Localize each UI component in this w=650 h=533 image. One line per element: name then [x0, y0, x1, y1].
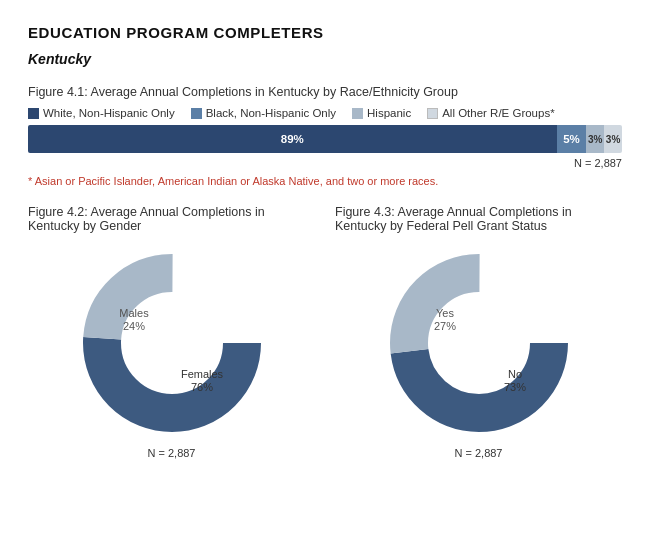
figure-4-2: Figure 4.2: Average Annual Completions i… [28, 205, 315, 459]
legend-other: All Other R/E Groups* [427, 107, 554, 119]
page-title: EDUCATION PROGRAM COMPLETERS [28, 24, 622, 41]
fig3-yes-pct: 27% [433, 320, 455, 332]
fig2-n-label: N = 2,887 [28, 447, 315, 459]
fig1-label: Figure 4.1: Average Annual Completions i… [28, 85, 622, 99]
bar-segment-hispanic: 3% [586, 125, 604, 153]
state-label: Kentucky [28, 51, 622, 67]
fig2-females-text: Females [180, 368, 223, 380]
fig2-females-pct: 76% [190, 381, 212, 393]
fig1-footnote: * Asian or Pacific Islander, American In… [28, 175, 622, 187]
fig2-donut-svg: Males 24% Females 76% [72, 243, 272, 443]
fig2-donut: Males 24% Females 76% [28, 243, 315, 443]
legend-box-other [427, 108, 438, 119]
fig1-legend: White, Non-Hispanic Only Black, Non-Hisp… [28, 107, 622, 119]
fig3-donut: Yes 27% No 73% [335, 243, 622, 443]
legend-box-black [191, 108, 202, 119]
fig2-label: Figure 4.2: Average Annual Completions i… [28, 205, 315, 233]
fig3-n-label: N = 2,887 [335, 447, 622, 459]
bar-segment-white: 89% [28, 125, 557, 153]
figure-4-1: Figure 4.1: Average Annual Completions i… [28, 85, 622, 187]
fig1-n-label: N = 2,887 [28, 157, 622, 169]
fig3-label: Figure 4.3: Average Annual Completions i… [335, 205, 622, 233]
fig3-yes-text: Yes [436, 307, 454, 319]
bar-segment-black: 5% [557, 125, 587, 153]
bar-segment-other: 3% [604, 125, 622, 153]
legend-white: White, Non-Hispanic Only [28, 107, 175, 119]
bottom-figures: Figure 4.2: Average Annual Completions i… [28, 205, 622, 459]
legend-black: Black, Non-Hispanic Only [191, 107, 336, 119]
figure-4-3: Figure 4.3: Average Annual Completions i… [335, 205, 622, 459]
legend-hispanic: Hispanic [352, 107, 411, 119]
fig2-males-pct: 24% [122, 320, 144, 332]
fig2-males-text: Males [119, 307, 149, 319]
fig3-donut-svg: Yes 27% No 73% [379, 243, 579, 443]
bar-chart: 89%5%3%3% [28, 125, 622, 153]
legend-box-hispanic [352, 108, 363, 119]
fig3-no-pct: 73% [503, 381, 525, 393]
fig3-no-text: No [507, 368, 521, 380]
legend-box-white [28, 108, 39, 119]
